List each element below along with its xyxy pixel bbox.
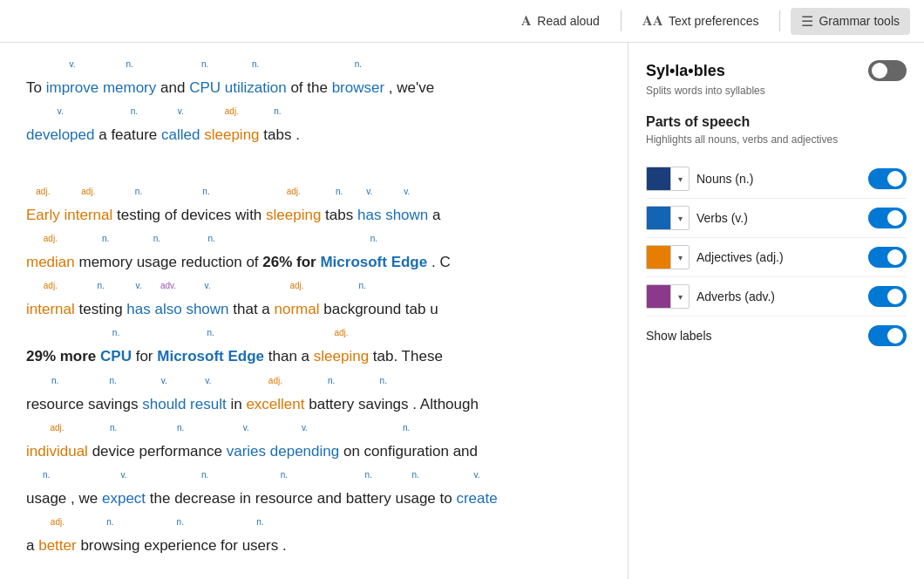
word-should: v. should [142,377,186,424]
adverbs-toggle[interactable] [868,286,907,307]
word-msedge2: n. Microsoft Edge [157,329,264,376]
nouns-toggle[interactable] [868,168,907,189]
word-internal2: adj. internal [26,282,75,329]
word-expect: v. expect [102,471,146,518]
word-decrease: n. decrease [174,471,235,518]
text-period2: . C [431,254,451,270]
word-memory: n. memory [103,60,156,107]
word-excellent: adj. excellent [246,377,304,424]
word-resource1: n. resource [26,377,84,424]
word-developed: v. developed [26,107,94,154]
word-performance: n. performance [139,424,222,471]
syllables-slider [868,60,907,81]
word-depending: v. depending [270,424,339,471]
main-content: To v. improve n. memory and n. CPU n. ut… [0,43,610,579]
word-normal: adj. normal [275,282,320,329]
text-with: with [235,207,266,223]
verbs-swatch[interactable]: ▾ [646,206,690,230]
adjectives-swatch[interactable]: ▾ [646,245,690,269]
word-usage1: n. usage [137,235,177,282]
word-usage3: n. usage [395,471,435,518]
nouns-group: ▾ Nouns (n.) [646,167,868,191]
verbs-color-box [646,206,670,230]
word-reduction: n. reduction [181,235,242,282]
verbs-toggle[interactable] [868,208,907,228]
text-a2: a [432,207,440,223]
word-better: adj. better [38,518,76,565]
adjectives-label: Adjectives (adj.) [696,250,784,264]
text-26pct: 26% for [262,254,320,270]
syllables-toggle[interactable] [868,60,907,81]
text-29pct: 29% more [26,348,100,364]
adjectives-slider [868,247,907,268]
word-tabs1: n. tabs [263,107,291,154]
pos-desc: Highlights all nouns, verbs and adjectiv… [646,133,907,146]
word-experience: n. experience [144,518,216,565]
show-labels-slider [868,325,907,346]
text-weve: , we've [389,79,434,96]
adverbs-row: ▾ Adverbs (adv.) [646,277,907,317]
word-microsoft-edge1: n. Microsoft Edge [320,235,427,282]
show-labels-row: Show labels [646,317,907,346]
divider-2 [779,10,780,31]
word-varies: v. varies [227,424,266,471]
toolbar: 𝐀 Read aloud 𝐀𝐀 Text preferences ☰ Gramm… [0,0,924,43]
show-labels-toggle[interactable] [868,325,907,346]
text-ofthe: of the [290,79,331,96]
syllables-desc: Splits words into syllables [646,85,907,97]
verbs-label: Verbs (v.) [696,211,748,225]
nouns-color-chevron[interactable]: ▾ [670,167,690,191]
text-preferences-label: Text preferences [669,14,759,28]
word-configuration: n. configuration [364,424,449,471]
word-utilization: n. utilization [225,60,287,107]
word-battery1: n. battery [309,377,354,424]
verbs-row: ▾ Verbs (v.) [646,199,907,238]
word-create: v. create [456,471,497,518]
word-devices: n. devices [181,187,232,235]
text-of: of [165,207,181,223]
word-also: adv. also [154,282,181,329]
text-preferences-icon: 𝐀𝐀 [642,13,663,29]
grammar-tools-icon: ☰ [801,13,813,30]
word-sleeping1: adj. sleeping [204,107,259,154]
word-has1: v. has [357,187,381,235]
adjectives-color-box [646,245,670,269]
nouns-slider [868,168,907,189]
show-labels-label: Show labels [646,329,712,343]
nouns-swatch[interactable]: ▾ [646,167,690,191]
word-battery2: n. battery [346,471,391,518]
verbs-color-chevron[interactable]: ▾ [670,206,690,230]
adverbs-group: ▾ Adverbs (adv.) [646,284,868,309]
adjectives-row: ▾ Adjectives (adj.) [646,238,907,277]
read-aloud-button[interactable]: 𝐀 Read aloud [511,8,610,34]
word-median: adj. median [26,235,75,282]
word-to: To [26,79,46,96]
nouns-color-box [646,167,670,191]
word-device: n. device [92,424,135,471]
word-result: v. result [190,377,227,424]
grammar-tools-button[interactable]: ☰ Grammar tools [791,8,910,35]
adjectives-toggle[interactable] [868,247,907,268]
word-browsing: n. browsing [80,518,139,565]
grammar-tools-label: Grammar tools [819,14,900,28]
word-browser: n. browser [332,60,384,107]
adverbs-color-box [646,284,670,309]
adverbs-swatch[interactable]: ▾ [646,284,690,309]
text-period1: . [296,126,300,143]
syllables-section: Syl•la•bles Splits words into syllables [646,60,907,97]
adjectives-color-chevron[interactable]: ▾ [670,245,690,269]
verbs-slider [868,208,907,228]
word-usage2: n. usage [26,471,66,518]
word-memory2: n. memory [79,235,132,282]
word-sleeping2: adj. sleeping [266,187,321,235]
word-testing1: n. testing [117,187,160,235]
word-background: n. background [323,282,401,329]
text-preferences-button[interactable]: 𝐀𝐀 Text preferences [632,8,770,34]
word-sleeping3: adj. sleeping [314,329,369,376]
adverbs-color-chevron[interactable]: ▾ [670,284,690,309]
word-called: v. called [161,107,200,154]
grammar-panel: Syl•la•bles Splits words into syllables … [628,43,924,579]
word-shown2: v. shown [186,282,228,329]
nouns-row: ▾ Nouns (n.) [646,160,907,199]
read-aloud-icon: 𝐀 [521,13,532,29]
